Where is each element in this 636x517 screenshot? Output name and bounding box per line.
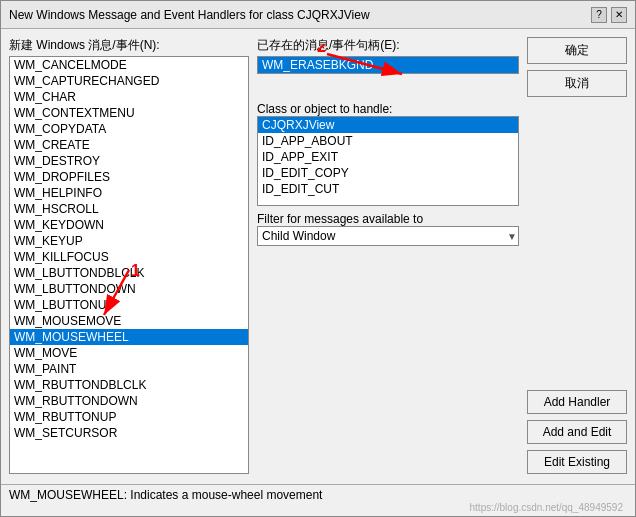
cancel-button[interactable]: 取消 <box>527 70 627 97</box>
class-section: Class or object to handle: CJQRXJViewID_… <box>257 102 519 206</box>
left-panel-label: 新建 Windows 消息/事件(N): <box>9 37 249 54</box>
add-and-edit-button[interactable]: Add and Edit <box>527 420 627 444</box>
list-item[interactable]: ID_APP_EXIT <box>258 149 518 165</box>
middle-panel: 已存在的消息/事件句柄(E): WM_ERASEBKGND 2 <box>257 37 519 474</box>
edit-existing-button[interactable]: Edit Existing <box>527 450 627 474</box>
annotation-area-2: 2 <box>257 74 519 94</box>
list-item[interactable]: WM_PAINT <box>10 361 248 377</box>
status-bar: WM_MOUSEWHEEL: Indicates a mouse-wheel m… <box>1 484 635 516</box>
list-item[interactable]: ID_EDIT_COPY <box>258 165 518 181</box>
add-handler-button[interactable]: Add Handler <box>527 390 627 414</box>
filter-select-wrapper: Child WindowDialogFrame Window ▼ <box>257 226 519 246</box>
list-item[interactable]: ID_APP_ABOUT <box>258 133 518 149</box>
arrow-1-svg: 1 <box>99 260 219 340</box>
status-text: WM_MOUSEWHEEL: Indicates a mouse-wheel m… <box>9 488 322 502</box>
list-item[interactable]: WM_HSCROLL <box>10 201 248 217</box>
window-title: New Windows Message and Event Handlers f… <box>9 8 370 22</box>
list-item[interactable]: WM_CREATE <box>10 137 248 153</box>
list-item[interactable]: WM_MOVE <box>10 345 248 361</box>
list-item[interactable]: WM_CANCELMODE <box>10 57 248 73</box>
list-item[interactable]: ID_EDIT_CUT <box>258 181 518 197</box>
list-item[interactable]: WM_DESTROY <box>10 153 248 169</box>
svg-line-1 <box>327 54 402 74</box>
close-button[interactable]: ✕ <box>611 7 627 23</box>
list-item[interactable]: WM_CONTEXTMENU <box>10 105 248 121</box>
list-item[interactable]: WM_CAPTURECHANGED <box>10 73 248 89</box>
list-item[interactable]: WM_HELPINFO <box>10 185 248 201</box>
list-item[interactable]: WM_RBUTTONDBLCLK <box>10 377 248 393</box>
main-window: New Windows Message and Event Handlers f… <box>0 0 636 517</box>
list-item[interactable]: WM_CHAR <box>10 89 248 105</box>
help-button[interactable]: ? <box>591 7 607 23</box>
list-item[interactable]: WM_KEYUP <box>10 233 248 249</box>
class-label: Class or object to handle: <box>257 102 392 116</box>
title-controls: ? ✕ <box>591 7 627 23</box>
left-panel: 新建 Windows 消息/事件(N): WM_CANCELMODEWM_CAP… <box>9 37 249 474</box>
list-item[interactable]: WM_SETCURSOR <box>10 425 248 441</box>
class-object-listbox[interactable]: CJQRXJViewID_APP_ABOUTID_APP_EXITID_EDIT… <box>257 116 519 206</box>
main-row: 新建 Windows 消息/事件(N): WM_CANCELMODEWM_CAP… <box>9 37 627 474</box>
list-item[interactable]: WM_RBUTTONUP <box>10 409 248 425</box>
right-panel: 确定 取消 Add Handler Add and Edit Edit Exis… <box>527 37 627 474</box>
watermark: https://blog.csdn.net/qq_48949592 <box>9 502 627 513</box>
svg-line-4 <box>104 270 129 315</box>
list-item[interactable]: WM_DROPFILES <box>10 169 248 185</box>
arrow-2-svg: 2 <box>317 44 437 104</box>
filter-label: Filter for messages available to <box>257 212 423 226</box>
svg-text:1: 1 <box>131 262 140 279</box>
ok-button[interactable]: 确定 <box>527 37 627 64</box>
list-item[interactable]: CJQRXJView <box>258 117 518 133</box>
main-content: 新建 Windows 消息/事件(N): WM_CANCELMODEWM_CAP… <box>1 29 635 484</box>
list-item[interactable]: WM_KEYDOWN <box>10 217 248 233</box>
filter-section: Filter for messages available to Child W… <box>257 212 519 246</box>
filter-dropdown[interactable]: Child WindowDialogFrame Window <box>257 226 519 246</box>
list-item[interactable]: WM_COPYDATA <box>10 121 248 137</box>
list-item[interactable]: WM_RBUTTONDOWN <box>10 393 248 409</box>
title-bar: New Windows Message and Event Handlers f… <box>1 1 635 29</box>
svg-text:2: 2 <box>317 44 326 55</box>
